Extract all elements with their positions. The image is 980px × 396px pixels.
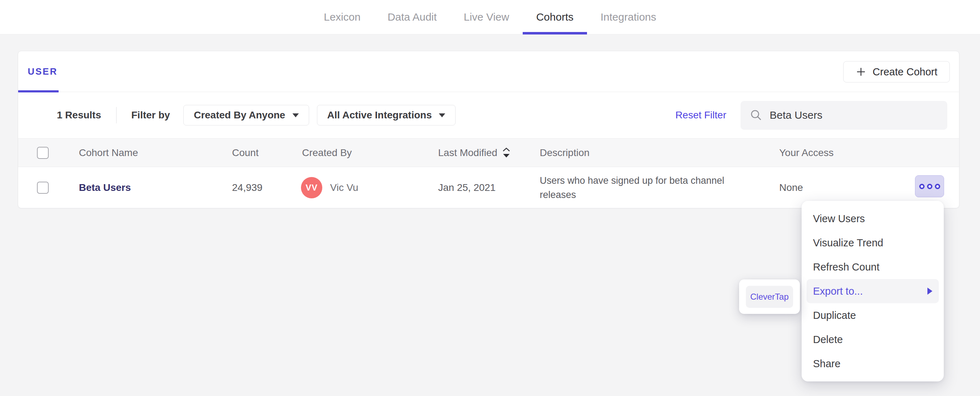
filter-by-label: Filter by (132, 110, 170, 121)
plus-icon (856, 67, 866, 77)
header-created-by: Created By (302, 147, 352, 158)
integrations-dropdown[interactable]: All Active Integrations (317, 105, 456, 126)
vertical-divider (116, 107, 116, 123)
created-by-dropdown[interactable]: Created By Anyone (183, 105, 309, 126)
created-by-dropdown-label: Created By Anyone (194, 110, 285, 121)
nav-tab-lexicon[interactable]: Lexicon (310, 0, 374, 34)
nav-tab-live-view[interactable]: Live View (450, 0, 523, 34)
nav-tab-cohorts[interactable]: Cohorts (523, 0, 587, 34)
search-icon (750, 109, 762, 121)
export-submenu: CleverTap (739, 279, 800, 314)
header-last-modified-sort[interactable]: Last Modified (438, 147, 511, 159)
cohorts-card: USER Create Cohort 1 Results Filter by C… (18, 51, 959, 208)
access-value: None (779, 182, 803, 193)
menu-item-refresh-count[interactable]: Refresh Count (807, 255, 939, 279)
tab-user[interactable]: USER (28, 51, 57, 92)
created-by-cell: VV Vic Vu (301, 177, 358, 198)
search-value: Beta Users (770, 109, 822, 121)
header-your-access: Your Access (779, 147, 834, 158)
submenu-item-clevertap[interactable]: CleverTap (746, 286, 793, 308)
search-input[interactable]: Beta Users (740, 101, 947, 130)
card-tabs-row: USER Create Cohort (18, 51, 959, 92)
header-last-modified-label: Last Modified (438, 147, 498, 158)
table-header: Cohort Name Count Created By Last Modifi… (18, 138, 959, 167)
tab-user-active-underline (18, 90, 59, 93)
menu-item-delete[interactable]: Delete (807, 327, 939, 351)
menu-item-export-to[interactable]: Export to... (807, 279, 939, 303)
cohort-description: Users who have signed up for beta channe… (540, 174, 753, 202)
row-actions-button[interactable] (915, 175, 944, 197)
menu-item-duplicate[interactable]: Duplicate (807, 303, 939, 327)
results-count: 1 Results (57, 110, 101, 121)
header-count: Count (232, 147, 259, 158)
top-nav: Lexicon Data Audit Live View Cohorts Int… (0, 0, 980, 35)
sort-icon (502, 147, 511, 159)
create-cohort-label: Create Cohort (873, 66, 937, 78)
menu-item-share[interactable]: Share (807, 351, 939, 376)
menu-item-view-users[interactable]: View Users (807, 206, 939, 231)
created-by-name: Vic Vu (330, 182, 358, 193)
row-checkbox[interactable] (37, 182, 49, 194)
row-actions-menu: View Users Visualize Trend Refresh Count… (802, 201, 944, 382)
dots-icon (919, 184, 924, 189)
create-cohort-button[interactable]: Create Cohort (843, 61, 950, 83)
dots-icon (935, 184, 940, 189)
reset-filter-link[interactable]: Reset Filter (676, 110, 726, 121)
avatar: VV (301, 177, 322, 198)
integrations-dropdown-label: All Active Integrations (327, 110, 432, 121)
menu-item-visualize-trend[interactable]: Visualize Trend (807, 231, 939, 255)
cohort-name-link[interactable]: Beta Users (79, 182, 131, 193)
filter-row: 1 Results Filter by Created By Anyone Al… (18, 92, 959, 138)
chevron-down-icon (293, 113, 299, 117)
header-description: Description (540, 147, 590, 158)
nav-tab-integrations[interactable]: Integrations (587, 0, 670, 34)
dots-icon (927, 184, 932, 189)
header-cohort-name: Cohort Name (79, 147, 138, 158)
select-all-checkbox[interactable] (37, 147, 49, 159)
cohort-count: 24,939 (232, 182, 262, 193)
menu-item-export-to-label: Export to... (813, 286, 863, 297)
chevron-down-icon (439, 113, 445, 117)
submenu-arrow-icon (928, 287, 932, 295)
nav-tab-data-audit[interactable]: Data Audit (374, 0, 450, 34)
last-modified-value: Jan 25, 2021 (438, 182, 496, 193)
